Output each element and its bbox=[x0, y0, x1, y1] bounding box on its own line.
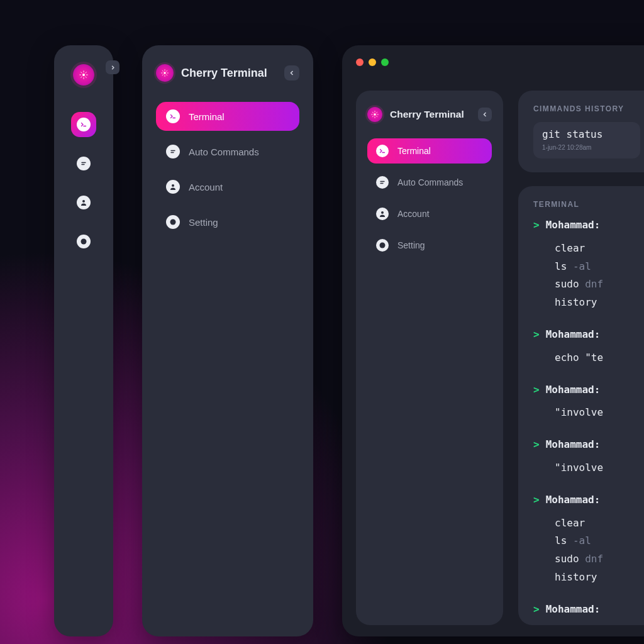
prompt-chevron-icon: > bbox=[533, 218, 540, 233]
terminal-card: TERMINAL >Mohammad:clearls -alsudo dnfhi… bbox=[518, 186, 644, 625]
terminal-block: >Mohammad:"involve bbox=[533, 437, 644, 476]
terminal-lines: clearls -alsudo dnfhistory bbox=[533, 241, 644, 311]
terminal-string: "involve bbox=[555, 462, 603, 474]
terminal-prompt-line: >Mohammad: bbox=[533, 492, 644, 508]
app-sidebar: Cherry Terminal TerminalAuto CommandsAcc… bbox=[356, 91, 503, 625]
setting-icon bbox=[376, 239, 389, 252]
main-content: CIMMANDS HISTORY git status1-jun-22 10:2… bbox=[518, 91, 644, 625]
terminal-flag: dnf bbox=[585, 553, 603, 565]
terminal-line: history bbox=[555, 570, 644, 586]
terminal-cmd: clear bbox=[555, 242, 585, 254]
chevron-left-icon bbox=[481, 111, 489, 118]
auto-icon bbox=[376, 176, 389, 189]
rail-item-setting[interactable] bbox=[71, 229, 96, 254]
nav-item-terminal[interactable]: Terminal bbox=[156, 102, 299, 131]
terminal-cmd: ls bbox=[555, 535, 567, 547]
window-minimize-button[interactable] bbox=[369, 58, 376, 66]
terminal-cmd: history bbox=[555, 571, 597, 583]
terminal-icon bbox=[166, 109, 180, 123]
svg-point-44 bbox=[381, 244, 383, 246]
nav-item-account[interactable]: Account bbox=[156, 172, 299, 201]
cherry-logo-icon bbox=[370, 110, 379, 119]
commands-history-title: CIMMANDS HISTORY bbox=[533, 104, 644, 113]
prompt-user: Mohammad: bbox=[546, 218, 601, 233]
terminal-string: "te bbox=[585, 352, 603, 364]
rail-item-terminal[interactable] bbox=[71, 112, 96, 137]
prompt-chevron-icon: > bbox=[533, 602, 540, 618]
app-logo bbox=[367, 107, 382, 122]
terminal-line: echo "te bbox=[555, 350, 644, 366]
window-close-button[interactable] bbox=[356, 58, 364, 66]
terminal-block: >Mohammad:"involve bbox=[533, 382, 644, 421]
terminal-prompt-line: >Mohammad: bbox=[533, 382, 644, 398]
svg-line-38 bbox=[376, 112, 377, 113]
svg-line-23 bbox=[166, 70, 167, 72]
nav-item-label: Setting bbox=[189, 217, 218, 228]
sidebar-collapse-button[interactable] bbox=[478, 108, 492, 121]
nav-item-label: Auto Commands bbox=[397, 177, 463, 187]
sidebar-expanded: Cherry Terminal TerminalAuto CommandsAcc… bbox=[142, 45, 313, 636]
nav-item-setting[interactable]: Setting bbox=[367, 233, 492, 258]
terminal-line: clear bbox=[555, 516, 644, 531]
svg-point-42 bbox=[381, 211, 384, 214]
rail-item-account[interactable] bbox=[71, 190, 96, 215]
nav-item-auto[interactable]: Auto Commands bbox=[367, 170, 492, 195]
svg-point-29 bbox=[172, 221, 174, 223]
prompt-chevron-icon: > bbox=[533, 437, 540, 453]
terminal-line: ls -al bbox=[555, 533, 644, 549]
terminal-block: >Mohammad:clearls -alsudo dnfhistory bbox=[533, 218, 644, 311]
svg-line-5 bbox=[80, 72, 82, 73]
app-brand: Cherry Terminal bbox=[367, 107, 464, 122]
terminal-output[interactable]: >Mohammad:clearls -alsudo dnfhistory>Moh… bbox=[533, 218, 644, 625]
terminal-block: >Mohammad:echo "te bbox=[533, 327, 644, 366]
prompt-user: Mohammad: bbox=[546, 382, 601, 398]
terminal-block: >Mohammad:clearls -alsudo dnfhistory bbox=[533, 492, 644, 586]
svg-line-8 bbox=[86, 72, 87, 73]
svg-line-6 bbox=[86, 77, 87, 78]
auto-icon bbox=[77, 157, 91, 170]
account-icon bbox=[376, 208, 389, 220]
chevron-left-icon bbox=[288, 69, 296, 77]
terminal-icon bbox=[77, 118, 91, 131]
terminal-lines: clearls -alsudo dnfhistory bbox=[533, 516, 644, 586]
terminal-cmd: sudo bbox=[555, 278, 579, 290]
svg-point-14 bbox=[82, 240, 84, 242]
terminal-block: >Mohammad:echo "te bbox=[533, 602, 644, 625]
terminal-string: "involve bbox=[555, 406, 603, 418]
cherry-logo-icon bbox=[160, 69, 169, 77]
account-icon bbox=[77, 196, 91, 209]
history-timestamp: 1-jun-22 10:28am bbox=[542, 144, 631, 151]
sidebar-collapse-button[interactable] bbox=[284, 65, 299, 80]
prompt-user: Mohammad: bbox=[546, 437, 601, 453]
terminal-line: sudo dnf bbox=[555, 552, 644, 567]
terminal-cmd: sudo bbox=[555, 553, 579, 565]
window-maximize-button[interactable] bbox=[381, 58, 389, 66]
svg-point-27 bbox=[172, 184, 174, 187]
history-item[interactable]: git status1-jun-22 10:28am bbox=[533, 122, 640, 158]
rail-item-auto[interactable] bbox=[71, 151, 96, 176]
terminal-cmd: echo bbox=[555, 352, 579, 364]
svg-line-37 bbox=[372, 116, 374, 117]
sidebar-collapsed bbox=[54, 45, 113, 636]
svg-point-0 bbox=[82, 74, 85, 76]
nav-item-account[interactable]: Account bbox=[367, 201, 492, 226]
nav-item-auto[interactable]: Auto Commands bbox=[156, 137, 299, 166]
sidebar-expand-button[interactable] bbox=[106, 60, 119, 74]
svg-line-21 bbox=[166, 74, 167, 75]
terminal-line: sudo dnf bbox=[555, 277, 644, 292]
terminal-prompt-line: >Mohammad: bbox=[533, 602, 644, 618]
terminal-line: history bbox=[555, 295, 644, 311]
terminal-lines: "involve bbox=[533, 405, 644, 421]
svg-line-22 bbox=[162, 74, 164, 75]
nav-item-terminal[interactable]: Terminal bbox=[367, 138, 492, 164]
nav-item-label: Auto Commands bbox=[189, 147, 259, 157]
svg-point-30 bbox=[374, 113, 376, 116]
nav-item-setting[interactable]: Setting bbox=[156, 208, 299, 236]
setting-icon bbox=[77, 235, 91, 248]
terminal-prompt-line: >Mohammad: bbox=[533, 327, 644, 343]
svg-line-7 bbox=[80, 77, 82, 78]
terminal-line: "involve bbox=[555, 405, 644, 421]
app-title: Cherry Terminal bbox=[181, 67, 267, 80]
setting-icon bbox=[166, 215, 180, 229]
nav-item-label: Account bbox=[189, 182, 223, 192]
